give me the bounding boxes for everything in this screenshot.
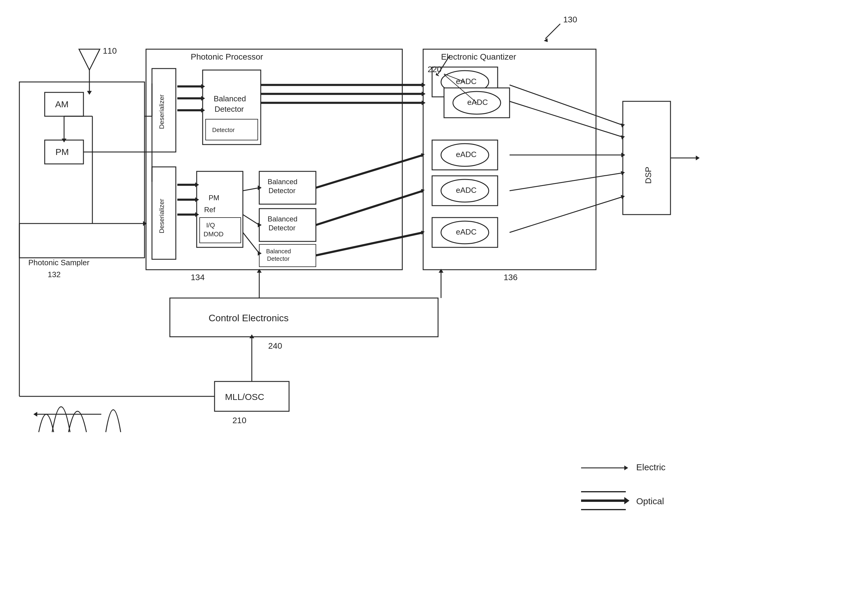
optical-label: Optical bbox=[636, 496, 664, 506]
eadc4-label: eADC bbox=[456, 186, 476, 195]
iq-dmod-line1: I/Q bbox=[206, 221, 215, 229]
deserializer-bot-label: Deserializer bbox=[158, 199, 165, 233]
dsp-label: DSP bbox=[644, 166, 653, 184]
bd1-line2: Detector bbox=[214, 104, 244, 113]
eadc5-label: eADC bbox=[456, 227, 476, 236]
electric-label: Electric bbox=[636, 462, 665, 472]
pm-inside: PM bbox=[209, 194, 219, 202]
diagram-container: 110 Photonic Sampler 132 AM PM Photonic … bbox=[0, 0, 846, 616]
eadc1-label: eADC bbox=[456, 77, 476, 86]
ref-inside: Ref bbox=[204, 206, 216, 214]
bd4-line2: Detector bbox=[267, 256, 290, 262]
ref-130: 130 bbox=[563, 15, 577, 24]
ref-132: 132 bbox=[48, 270, 60, 279]
ref-134: 134 bbox=[191, 273, 205, 282]
bd1-line1: Balanced bbox=[214, 94, 246, 103]
pm-label: PM bbox=[56, 147, 69, 157]
am-label: AM bbox=[55, 99, 69, 109]
bd3-line1: Balanced bbox=[267, 215, 297, 223]
ref-240: 240 bbox=[268, 341, 282, 350]
eadc2-label: eADC bbox=[467, 98, 488, 107]
control-electronics-label: Control Electronics bbox=[209, 313, 289, 323]
bd3-line2: Detector bbox=[269, 224, 295, 232]
bd1-sub: Detector bbox=[212, 126, 235, 133]
deserializer-top-label: Deserializer bbox=[158, 94, 165, 129]
bd2-line2: Detector bbox=[269, 187, 295, 195]
bd4-line1: Balanced bbox=[266, 248, 291, 254]
photonic-processor-label: Photonic Processor bbox=[191, 52, 263, 62]
mll-osc-label: MLL/OSC bbox=[225, 392, 264, 402]
photonic-sampler-label: Photonic Sampler bbox=[28, 258, 90, 267]
iq-dmod-line2: DMOD bbox=[204, 230, 223, 238]
eadc3-label: eADC bbox=[456, 150, 476, 159]
eq-label: Electronic Quantizer bbox=[441, 52, 516, 62]
ref-210: 210 bbox=[232, 416, 247, 425]
bd2-line1: Balanced bbox=[267, 178, 297, 186]
antenna-label: 110 bbox=[103, 46, 117, 56]
ref-136: 136 bbox=[504, 273, 518, 282]
